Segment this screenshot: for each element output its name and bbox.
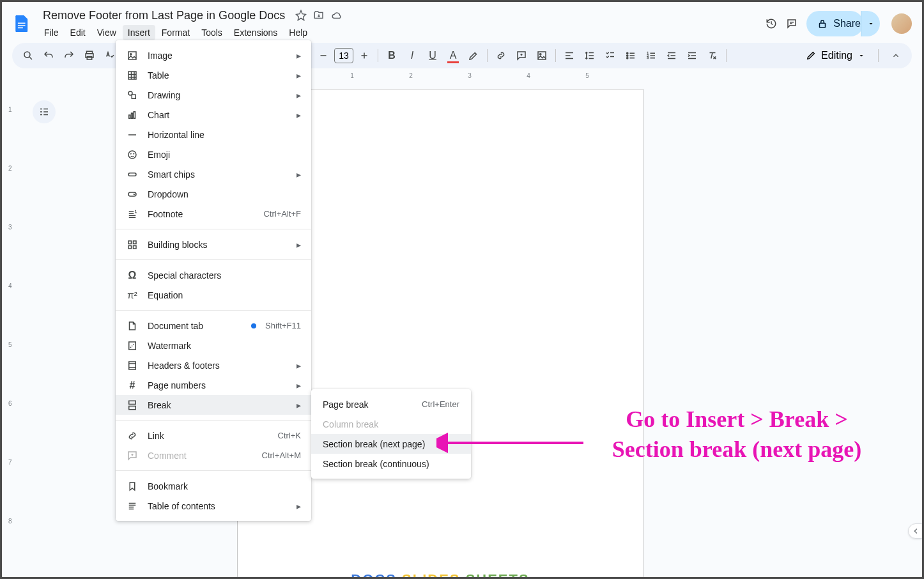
insert-image-button[interactable] — [532, 46, 551, 65]
caret-down-icon — [867, 20, 875, 27]
document-title[interactable]: Remove Footer from Last Page in Google D… — [39, 8, 289, 24]
checklist-button[interactable] — [601, 46, 620, 65]
insert-watermark[interactable]: Watermark — [116, 336, 311, 355]
numbered-list-button[interactable]: 123 — [642, 46, 661, 65]
bulleted-list-button[interactable] — [621, 46, 640, 65]
underline-button[interactable]: U — [423, 46, 442, 65]
share-button[interactable]: Share — [806, 11, 863, 36]
svg-rect-33 — [129, 401, 136, 404]
svg-rect-34 — [129, 406, 136, 409]
insert-special-characters[interactable]: ΩSpecial characters — [116, 265, 311, 285]
print-button[interactable] — [80, 46, 99, 65]
svg-text:3: 3 — [647, 56, 649, 59]
insert-building-blocks[interactable]: Building blocks▸ — [116, 235, 311, 254]
insert-dropdown[interactable]: Dropdown — [116, 184, 311, 204]
svg-rect-32 — [129, 362, 136, 369]
svg-point-8 — [627, 55, 628, 56]
insert-comment: CommentCtrl+Alt+M — [116, 445, 311, 465]
menu-tools[interactable]: Tools — [196, 25, 227, 40]
svg-point-23 — [134, 153, 134, 154]
annotation-arrow-icon — [436, 424, 590, 462]
insert-chart[interactable]: Chart▸ — [116, 105, 311, 125]
menu-edit[interactable]: Edit — [65, 25, 91, 40]
new-feature-dot-icon — [251, 323, 256, 328]
svg-point-21 — [128, 151, 136, 158]
add-comment-button[interactable] — [512, 46, 531, 65]
menu-help[interactable]: Help — [284, 25, 312, 40]
docs-logo-icon — [11, 13, 31, 34]
bold-button[interactable]: B — [382, 46, 401, 65]
svg-rect-18 — [129, 115, 130, 118]
svg-point-9 — [627, 58, 628, 59]
insert-link[interactable]: LinkCtrl+K — [116, 426, 311, 445]
font-size-input[interactable] — [334, 48, 353, 63]
svg-rect-0 — [820, 23, 826, 27]
outline-toggle-button[interactable] — [33, 100, 56, 123]
star-icon[interactable] — [295, 10, 307, 21]
svg-rect-29 — [128, 245, 132, 249]
insert-break[interactable]: Break▸ — [116, 395, 311, 415]
side-panel-toggle[interactable] — [908, 523, 923, 539]
svg-rect-15 — [128, 72, 136, 79]
history-icon[interactable] — [766, 18, 777, 29]
move-icon[interactable] — [313, 10, 325, 21]
insert-link-button[interactable] — [491, 46, 511, 65]
insert-headers-footers[interactable]: Headers & footers▸ — [116, 355, 311, 375]
insert-page-numbers[interactable]: #Page numbers▸ — [116, 375, 311, 395]
annotation-text: Go to Insert > Break > Section break (ne… — [603, 405, 871, 465]
comments-icon[interactable] — [786, 18, 797, 29]
menu-extensions[interactable]: Extensions — [229, 25, 282, 40]
share-dropdown[interactable] — [861, 11, 880, 36]
collapse-toolbar-button[interactable] — [886, 46, 905, 65]
insert-table[interactable]: Table▸ — [116, 65, 311, 85]
lock-icon — [817, 18, 828, 29]
cloud-status-icon[interactable] — [331, 10, 343, 21]
account-avatar[interactable] — [891, 13, 912, 34]
insert-document-tab[interactable]: Document tabShift+F11 — [116, 316, 311, 336]
svg-point-1 — [24, 52, 30, 58]
insert-drawing[interactable]: Drawing▸ — [116, 85, 311, 105]
docs-app-icon[interactable] — [8, 11, 34, 36]
decrease-indent-button[interactable] — [662, 46, 681, 65]
menu-file[interactable]: File — [39, 25, 64, 40]
insert-horizontal-line[interactable]: Horizontal line — [116, 125, 311, 144]
insert-footnote[interactable]: 1FootnoteCtrl+Alt+F — [116, 204, 311, 224]
insert-menu-dropdown: Image▸ Table▸ Drawing▸ Chart▸ Horizontal… — [116, 40, 311, 521]
insert-table-of-contents[interactable]: Table of contents▸ — [116, 496, 311, 516]
break-page-break[interactable]: Page breakCtrl+Enter — [311, 394, 471, 414]
search-button[interactable] — [19, 46, 38, 65]
insert-smart-chips[interactable]: Smart chips▸ — [116, 164, 311, 184]
vertical-ruler: 1 2 3 4 5 6 7 8 — [6, 90, 16, 577]
svg-rect-24 — [128, 173, 136, 176]
undo-button[interactable] — [39, 46, 58, 65]
menu-insert[interactable]: Insert — [123, 25, 155, 40]
svg-text:1: 1 — [135, 209, 137, 213]
editing-mode-button[interactable]: Editing — [797, 46, 874, 65]
svg-point-14 — [130, 53, 132, 54]
insert-bookmark[interactable]: Bookmark — [116, 476, 311, 496]
menu-view[interactable]: View — [92, 25, 121, 40]
highlight-button[interactable] — [464, 46, 483, 65]
svg-point-6 — [540, 54, 541, 55]
line-spacing-button[interactable] — [580, 46, 599, 65]
insert-emoji[interactable]: Emoji — [116, 144, 311, 164]
align-button[interactable] — [560, 46, 579, 65]
italic-button[interactable]: I — [403, 46, 422, 65]
pencil-icon — [806, 50, 816, 61]
svg-rect-13 — [128, 52, 136, 59]
svg-rect-19 — [132, 113, 133, 118]
font-size-increase[interactable] — [355, 46, 374, 65]
insert-equation[interactable]: π²Equation — [116, 285, 311, 305]
editing-mode-label: Editing — [821, 50, 852, 61]
svg-rect-20 — [134, 111, 135, 118]
svg-point-22 — [130, 153, 131, 154]
redo-button[interactable] — [59, 46, 79, 65]
svg-rect-30 — [134, 245, 137, 249]
text-color-button[interactable]: A — [443, 46, 463, 65]
increase-indent-button[interactable] — [682, 46, 702, 65]
insert-image[interactable]: Image▸ — [116, 45, 311, 65]
menu-format[interactable]: Format — [157, 25, 195, 40]
document-footer-text: DOCS SLIDES SHEETS — [238, 571, 643, 577]
clear-formatting-button[interactable] — [703, 46, 722, 65]
font-size-decrease[interactable] — [314, 46, 333, 65]
